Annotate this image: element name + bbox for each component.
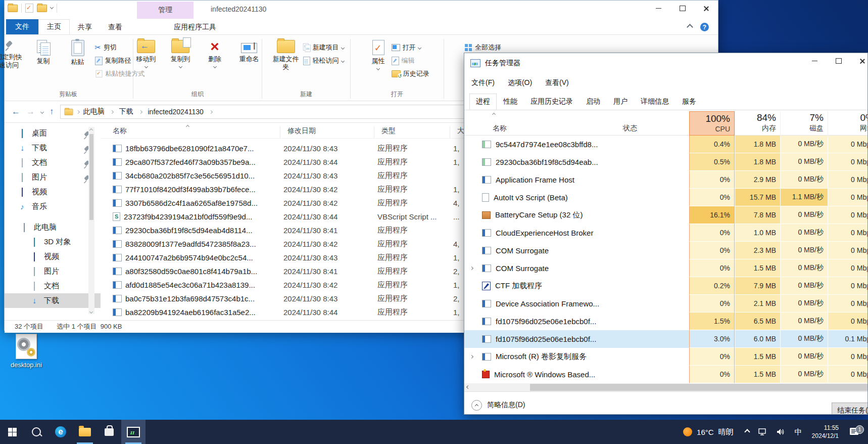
breadcrumb-segment[interactable]: infected20241130: [147, 108, 205, 116]
process-row[interactable]: COM Surrogate0%1.5 MB0 MB/秒0 Mbps: [464, 259, 867, 277]
sidebar-item-音乐[interactable]: ♪音乐: [5, 199, 101, 214]
properties-button[interactable]: 属性: [365, 39, 392, 71]
sidebar-item-下载[interactable]: ↓下载: [5, 141, 101, 155]
tab-应用程序工具[interactable]: 应用程序工具: [166, 20, 224, 34]
sidebar-item-视频[interactable]: 视频: [5, 249, 101, 264]
sidebar-item-图片[interactable]: 图片: [5, 264, 101, 279]
end-task-button[interactable]: 结束任务(: [832, 403, 868, 415]
process-row[interactable]: Microsoft ® Windows Based...0%1.5 MB0 MB…: [464, 366, 867, 383]
file-column-header-类型[interactable]: 类型: [374, 126, 450, 138]
back-icon[interactable]: ←: [12, 107, 20, 117]
taskbar-clock[interactable]: 11:55 2024/12/1: [807, 424, 844, 440]
column-header-network[interactable]: 0%网络: [828, 111, 868, 136]
fewer-details-label[interactable]: 简略信息(D): [487, 401, 525, 410]
easy-access-button[interactable]: 轻松访问: [303, 56, 344, 65]
column-header-status[interactable]: 状态: [619, 111, 689, 136]
new-folder-button[interactable]: 新建文件夹: [269, 39, 303, 73]
menu-查看(V)[interactable]: 查看(V): [545, 78, 569, 87]
horizontal-scrollbar[interactable]: [464, 383, 867, 391]
sidebar-item-下载[interactable]: ↓下载: [5, 293, 101, 308]
maximize-button[interactable]: [670, 1, 694, 16]
process-row[interactable]: Device Association Framewo...0%2.1 MB0 M…: [464, 295, 867, 313]
move-to-button[interactable]: ← 移动到: [129, 39, 163, 69]
sidebar-item-文档[interactable]: 文档: [5, 155, 101, 170]
process-row[interactable]: fd1075f96d025e06e1ebcb0f...3.0%6.0 MB0 M…: [464, 330, 867, 348]
sidebar-scrollbar[interactable]: [88, 127, 94, 314]
expand-caret[interactable]: [470, 267, 477, 270]
taskmgr-maximize-button[interactable]: [827, 53, 850, 69]
menu-文件(F)[interactable]: 文件(F): [471, 78, 495, 87]
sidebar-item-视频[interactable]: 视频: [5, 185, 101, 199]
taskmgr-tab-详细信息[interactable]: 详细信息: [634, 94, 676, 110]
sidebar-item-图片[interactable]: 图片: [5, 170, 101, 185]
new-folder-quick-icon[interactable]: [37, 5, 47, 12]
sidebar-item-此电脑[interactable]: 此电脑: [5, 220, 101, 235]
forward-icon[interactable]: →: [26, 107, 35, 117]
action-center-button[interactable]: 1: [844, 427, 868, 437]
search-button[interactable]: [24, 420, 49, 444]
sidebar-item-桌面[interactable]: 桌面: [5, 126, 101, 141]
history-button[interactable]: 历史记录: [392, 69, 429, 78]
process-row[interactable]: BatteryCare Setup (32 位)16.1%7.8 MB0 MB/…: [464, 206, 867, 224]
taskbar-explorer-button[interactable]: [73, 420, 97, 444]
breadcrumb-segment[interactable]: 此电脑: [82, 107, 106, 116]
process-row[interactable]: CTF 加载程序0.2%7.9 MB0 MB/秒0 Mbps: [464, 277, 867, 295]
process-row[interactable]: 29230cba36bf19f8c5d94eab...0.5%1.8 MB0 M…: [464, 153, 867, 171]
collapse-details-icon[interactable]: [471, 400, 482, 411]
help-icon[interactable]: ?: [700, 23, 709, 31]
breadcrumb-segment[interactable]: 下载: [118, 107, 134, 116]
sidebar-item-文档[interactable]: 文档: [5, 279, 101, 293]
paste-button[interactable]: 粘贴: [61, 39, 95, 67]
taskbar-taskmgr-button[interactable]: [121, 420, 146, 444]
taskmgr-close-button[interactable]: [850, 53, 868, 69]
file-column-header-名称[interactable]: 名称: [106, 126, 280, 138]
taskmgr-tab-服务[interactable]: 服务: [676, 94, 703, 110]
taskmgr-tab-用户[interactable]: 用户: [607, 94, 634, 110]
column-header-disk[interactable]: 7%磁盘: [780, 111, 828, 136]
show-hidden-icons-button[interactable]: [741, 430, 754, 434]
process-row[interactable]: COM Surrogate0%2.3 MB0 MB/秒0 Mbps: [464, 242, 867, 259]
start-button[interactable]: [0, 420, 24, 444]
properties-quick-icon[interactable]: [25, 4, 33, 13]
close-button[interactable]: [694, 1, 718, 16]
column-header-name[interactable]: 名称: [464, 111, 619, 136]
up-icon[interactable]: ↑: [50, 107, 54, 117]
volume-tray-icon[interactable]: [772, 428, 790, 436]
tab-查看[interactable]: 查看: [100, 20, 130, 34]
qat-customize-icon[interactable]: [50, 6, 54, 9]
scrollbar-thumb[interactable]: [530, 384, 867, 391]
manage-contextual-tab[interactable]: 管理: [137, 2, 194, 19]
select-all-button[interactable]: 全部选择: [465, 43, 501, 52]
taskmgr-tab-进程[interactable]: 进程: [469, 94, 497, 110]
sidebar-item-3D 对象[interactable]: 3D 对象: [5, 235, 101, 249]
tab-共享[interactable]: 共享: [70, 20, 100, 34]
desktop-icon-desktop-ini[interactable]: desktop.ini: [3, 334, 50, 369]
copy-to-button[interactable]: 复制到: [163, 39, 198, 69]
collapse-ribbon-icon[interactable]: [687, 24, 693, 30]
process-row[interactable]: Application Frame Host0%2.9 MB0 MB/秒0 Mb…: [464, 171, 867, 189]
delete-button[interactable]: × 删除: [198, 39, 232, 69]
column-header-cpu[interactable]: 100%CPU: [689, 111, 735, 136]
taskmgr-tab-性能[interactable]: 性能: [497, 94, 524, 110]
file-column-header-修改日期[interactable]: 修改日期: [280, 126, 374, 138]
taskmgr-minimize-button[interactable]: [803, 53, 827, 69]
menu-选项(O)[interactable]: 选项(O): [508, 78, 532, 87]
process-row[interactable]: fd1075f96d025e06e1ebcb0f...1.5%6.5 MB0 M…: [464, 313, 867, 330]
taskbar-edge-button[interactable]: e: [49, 420, 73, 444]
process-row[interactable]: CloudExperienceHost Broker0%1.0 MB0 MB/秒…: [464, 224, 867, 242]
process-row[interactable]: 9c5447d7974e1ee08c3bffd8...0.4%1.8 MB0 M…: [464, 136, 867, 153]
ime-indicator[interactable]: 中: [790, 427, 807, 437]
copy-button[interactable]: 复制: [26, 39, 61, 66]
minimize-button[interactable]: [647, 1, 670, 16]
taskmgr-tab-应用历史记录[interactable]: 应用历史记录: [524, 94, 580, 110]
process-row[interactable]: Microsoft (R) 卷影复制服务0%1.5 MB0 MB/秒0 Mbps: [464, 348, 867, 366]
recent-locations-icon[interactable]: [40, 110, 44, 113]
expand-caret[interactable]: [470, 356, 477, 358]
taskmgr-tab-启动[interactable]: 启动: [580, 94, 607, 110]
edit-button[interactable]: 编辑: [392, 56, 429, 65]
tab-主页[interactable]: 主页: [38, 19, 70, 34]
network-tray-icon[interactable]: [754, 428, 772, 436]
process-row[interactable]: AutoIt v3 Script (Beta)0%15.7 MB1.1 MB/秒…: [464, 189, 867, 206]
taskbar-store-button[interactable]: [97, 420, 121, 444]
rename-button[interactable]: 重命名: [232, 39, 266, 64]
